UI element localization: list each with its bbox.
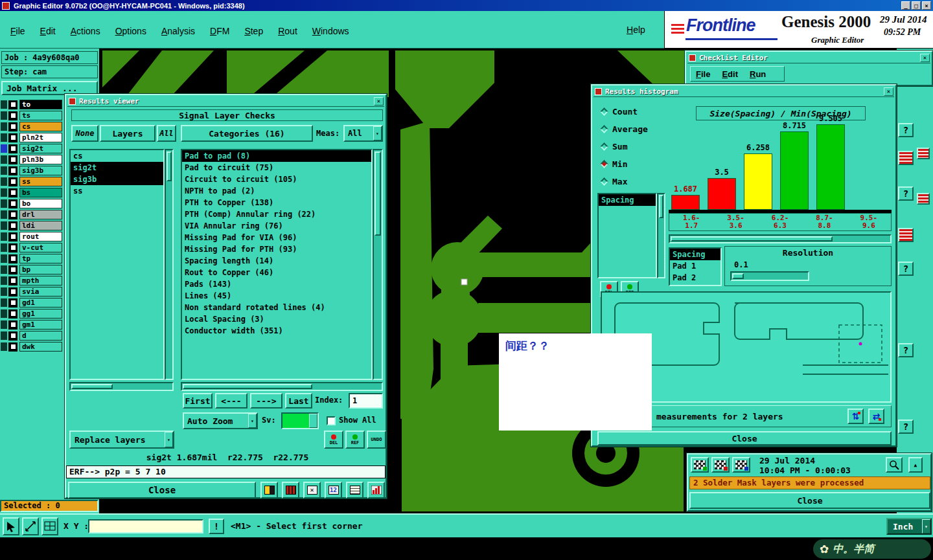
show-all-checkbox[interactable] <box>327 416 336 425</box>
auto-zoom-dropdown[interactable]: Auto Zoom ▾ <box>183 412 258 429</box>
layer-list-vscrollbar[interactable] <box>165 149 174 380</box>
job-matrix-button[interactable]: Job Matrix ... <box>1 81 98 95</box>
layer-name-bo[interactable]: bo <box>19 199 62 208</box>
layer-visibility-checkbox[interactable] <box>8 111 17 120</box>
menu-actions[interactable]: Actions <box>71 26 100 36</box>
prev-button[interactable]: <--- <box>215 393 248 409</box>
rv-layer-item[interactable]: cs <box>71 150 163 162</box>
layer-visibility-checkbox[interactable] <box>8 188 17 197</box>
menu-help[interactable]: Help <box>627 25 645 35</box>
xy-input[interactable] <box>88 519 203 533</box>
rv-layer-item[interactable]: sig2t <box>71 162 163 174</box>
layer-visibility-checkbox[interactable] <box>8 122 17 131</box>
rv-layer-item[interactable]: ss <box>71 185 163 197</box>
layer-copy-icon[interactable]: ⇄ <box>868 409 884 424</box>
magnifier-icon[interactable] <box>886 457 903 473</box>
rv-category-item[interactable]: Pads (143) <box>182 278 371 290</box>
layer-name-pln3b[interactable]: pln3b <box>19 155 62 164</box>
scroll-up-icon[interactable]: ▲ <box>908 457 923 473</box>
rv-category-item[interactable]: NPTH to pad (2) <box>182 185 371 197</box>
layer-name-d[interactable]: d <box>19 331 62 341</box>
layer-visibility-checkbox[interactable] <box>8 276 17 286</box>
layer-name-ts[interactable]: ts <box>19 111 62 120</box>
layer-visibility-checkbox[interactable] <box>8 133 17 142</box>
category-list-hscrollbar[interactable] <box>181 382 383 391</box>
replace-layers-dropdown[interactable]: Replace layers ▾ <box>69 431 174 449</box>
results-viewer-titlebar[interactable]: Results viewer ✕ <box>67 96 384 107</box>
resolution-slider[interactable] <box>730 271 809 281</box>
maximize-button[interactable]: □ <box>912 1 921 10</box>
menu-windows[interactable]: Windows <box>312 26 349 36</box>
histogram-icon[interactable] <box>367 482 385 498</box>
menu-step[interactable]: Step <box>244 26 263 36</box>
help-button[interactable]: ? <box>898 420 914 434</box>
help-button[interactable]: ? <box>898 186 914 201</box>
layer-visibility-checkbox[interactable] <box>8 265 17 274</box>
layers-button[interactable]: Layers <box>100 125 156 142</box>
last-button[interactable]: Last <box>285 393 312 409</box>
refresh-result-button[interactable]: REF <box>345 431 365 449</box>
layer-name-bs[interactable]: bs <box>19 188 62 197</box>
rv-category-item[interactable]: Lines (45) <box>182 290 371 302</box>
index-number-icon[interactable]: 12 <box>325 482 342 498</box>
status-close-button[interactable]: Close <box>689 492 930 509</box>
units-dropdown[interactable]: Inch ▾ <box>886 518 932 535</box>
chart-hscrollbar[interactable] <box>669 234 892 243</box>
layer-name-dwk[interactable]: dwk <box>19 342 62 352</box>
layer-visibility-checkbox[interactable] <box>8 177 17 186</box>
layer-visibility-checkbox[interactable] <box>8 232 17 241</box>
chevron-down-icon[interactable]: ▾ <box>248 414 257 428</box>
layer-name-gg1[interactable]: gg1 <box>19 309 62 319</box>
layer-name-ss[interactable]: ss <box>19 177 62 186</box>
results-close-button[interactable]: Close <box>68 482 256 498</box>
index-input[interactable] <box>349 393 383 409</box>
layer-visibility-checkbox[interactable] <box>8 221 17 230</box>
rv-category-item[interactable]: Non standard rotated lines (4) <box>182 302 371 313</box>
field-item[interactable]: Pad 2 <box>670 272 720 284</box>
layer-name-tp[interactable]: tp <box>19 254 62 263</box>
layer-visibility-checkbox[interactable] <box>8 243 17 252</box>
layer-swap-icon[interactable]: ⇅ <box>847 409 864 424</box>
swatch-grip[interactable] <box>309 414 317 428</box>
rv-category-item[interactable]: PTH to Copper (138) <box>182 197 371 208</box>
all-button[interactable]: All <box>157 125 176 142</box>
alert-button[interactable]: ! <box>209 519 224 534</box>
help-button[interactable]: ? <box>898 343 914 357</box>
layer-name-gm1[interactable]: gm1 <box>19 320 62 330</box>
none-button[interactable]: None <box>71 125 98 142</box>
layer-name-mpth[interactable]: mpth <box>19 276 62 286</box>
close-button[interactable]: × <box>922 1 931 10</box>
layer-name-pln2t[interactable]: pln2t <box>19 133 62 142</box>
contrast-icon[interactable] <box>260 482 278 498</box>
rv-category-item[interactable]: Local Spacing (3) <box>182 313 371 325</box>
rv-category-item[interactable]: PTH (Comp) Annular ring (22) <box>182 208 371 220</box>
checklist-titlebar[interactable]: Checklist Editor ✕ <box>687 53 930 63</box>
layer-name-sig3b[interactable]: sig3b <box>19 166 62 175</box>
layer-visibility-checkbox[interactable] <box>8 331 17 341</box>
layer-visibility-checkbox[interactable] <box>8 144 17 153</box>
ce-menu-run[interactable]: Run <box>750 69 766 79</box>
layer-visibility-checkbox[interactable] <box>8 287 17 297</box>
layer-name-rout[interactable]: rout <box>19 232 62 241</box>
layer-visibility-checkbox[interactable] <box>8 210 17 219</box>
menu-dfm[interactable]: DFM <box>210 26 229 36</box>
chevron-down-icon[interactable]: ▾ <box>922 519 930 533</box>
next-button[interactable]: ---> <box>250 393 282 409</box>
minimize-button[interactable]: _ <box>901 1 910 10</box>
notes-icon[interactable] <box>346 482 363 498</box>
layer-visibility-checkbox[interactable] <box>8 309 17 319</box>
menu-file[interactable]: File <box>10 26 25 36</box>
rv-category-item[interactable]: Spacing length (14) <box>182 255 371 267</box>
chevron-down-icon[interactable]: ▾ <box>165 432 173 447</box>
help-button[interactable]: ? <box>898 123 914 137</box>
grid-tool-icon[interactable] <box>41 517 58 535</box>
undo-button[interactable]: UNDO <box>367 431 386 449</box>
sv-color-swatch[interactable] <box>281 412 319 429</box>
rv-category-item[interactable]: Pad to circuit (75) <box>182 162 371 174</box>
chevron-down-icon[interactable]: ▾ <box>373 126 382 140</box>
layer-visibility-checkbox[interactable] <box>8 199 17 208</box>
pointer-tool-icon[interactable] <box>3 517 19 535</box>
layer-visibility-checkbox[interactable] <box>8 254 17 263</box>
layer-visibility-checkbox[interactable] <box>8 342 17 352</box>
menu-analysis[interactable]: Analysis <box>161 26 195 36</box>
